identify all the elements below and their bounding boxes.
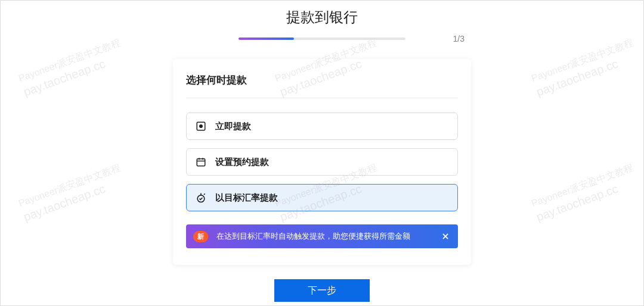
watermark: Payoneer派安盈中文教程 pay.taocheap.cc [530, 162, 640, 225]
progress-track [239, 38, 405, 40]
svg-rect-2 [197, 159, 205, 166]
target-rate-icon [195, 192, 207, 204]
page-title: 提款到银行 [1, 8, 643, 27]
withdraw-timing-card: 选择何时提款 立即提款 设置预约提款 [173, 59, 471, 265]
card-title: 选择何时提款 [186, 73, 458, 98]
info-banner: 新 在达到目标汇率时自动触发提款，助您便捷获得所需金额 [186, 224, 458, 248]
svg-point-1 [200, 125, 203, 128]
option-target-rate-withdraw[interactable]: 以目标汇率提款 [186, 184, 458, 211]
step-indicator: 1/3 [453, 34, 465, 43]
watermark: Payoneer派安盈中文教程 pay.taocheap.cc [530, 37, 640, 100]
new-badge: 新 [193, 231, 208, 242]
option-label: 立即提款 [215, 121, 251, 132]
watermark: Payoneer派安盈中文教程 pay.taocheap.cc [17, 162, 128, 225]
progress-fill [239, 38, 294, 40]
progress-bar-row: 1/3 [1, 38, 643, 40]
calendar-icon [195, 156, 207, 168]
option-label: 以目标汇率提款 [215, 192, 278, 204]
option-schedule-withdraw[interactable]: 设置预约提款 [186, 148, 458, 176]
close-icon[interactable] [440, 231, 451, 242]
next-button[interactable]: 下一步 [274, 279, 370, 302]
watermark: Payoneer派安盈中文教程 pay.taocheap.cc [17, 37, 128, 100]
banner-text: 在达到目标汇率时自动触发提款，助您便捷获得所需金额 [216, 231, 440, 242]
option-withdraw-now[interactable]: 立即提款 [186, 113, 458, 140]
option-label: 设置预约提款 [215, 157, 269, 168]
svg-line-8 [204, 193, 205, 195]
withdraw-now-icon [195, 120, 207, 132]
